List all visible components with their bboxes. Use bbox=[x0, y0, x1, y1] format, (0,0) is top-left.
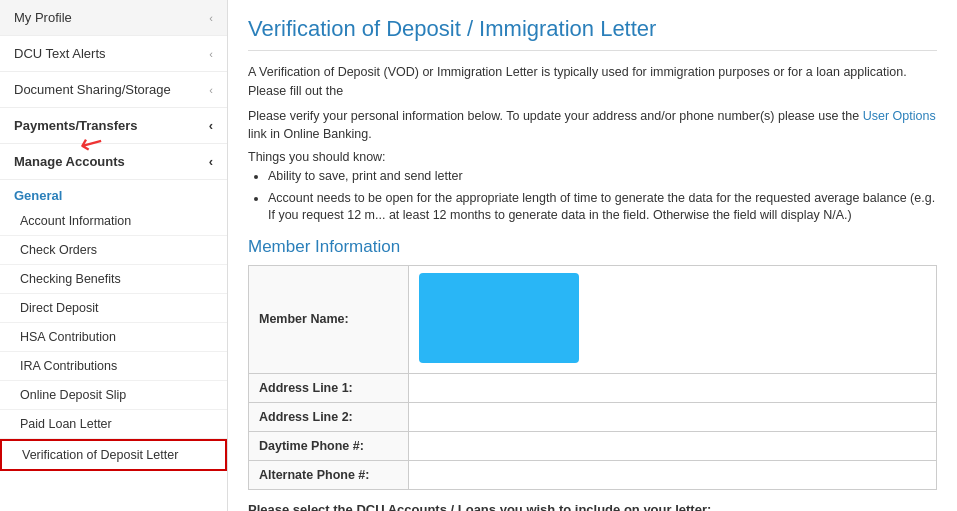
sidebar-item-checking-benefits[interactable]: Checking Benefits bbox=[0, 265, 227, 294]
sidebar-label-document-sharing: Document Sharing/Storage bbox=[14, 82, 171, 97]
main-content: Verification of Deposit / Immigration Le… bbox=[228, 0, 957, 511]
table-row: Address Line 1: bbox=[249, 373, 937, 402]
daytime-phone-value bbox=[409, 431, 937, 460]
sidebar-item-paid-loan-letter[interactable]: Paid Loan Letter bbox=[0, 410, 227, 439]
page-title: Verification of Deposit / Immigration Le… bbox=[248, 16, 937, 51]
sidebar-label-manage-accounts: Manage Accounts bbox=[14, 154, 125, 169]
chevron-icon: ‹ bbox=[209, 84, 213, 96]
member-name-label: Member Name: bbox=[249, 265, 409, 373]
bullet-list: Ability to save, print and send letter A… bbox=[268, 168, 937, 225]
sidebar-item-ira-contributions[interactable]: IRA Contributions bbox=[0, 352, 227, 381]
user-options-link[interactable]: User Options bbox=[863, 109, 936, 123]
bullet-item-1: Ability to save, print and send letter bbox=[268, 168, 937, 186]
daytime-phone-label: Daytime Phone #: bbox=[249, 431, 409, 460]
sidebar: My Profile ‹ DCU Text Alerts ‹ Document … bbox=[0, 0, 228, 511]
sidebar-item-verification-of-deposit-letter[interactable]: Verification of Deposit Letter bbox=[0, 439, 227, 471]
chevron-icon: ‹ bbox=[209, 12, 213, 24]
sidebar-item-manage-accounts[interactable]: Manage Accounts ‹ bbox=[0, 144, 227, 180]
address-line1-label: Address Line 1: bbox=[249, 373, 409, 402]
member-information-title: Member Information bbox=[248, 237, 937, 257]
table-row: Member Name: bbox=[249, 265, 937, 373]
sidebar-item-online-deposit-slip[interactable]: Online Deposit Slip bbox=[0, 381, 227, 410]
intro-paragraph-2: Please verify your personal information … bbox=[248, 107, 937, 145]
address-line2-value bbox=[409, 402, 937, 431]
table-row: Address Line 2: bbox=[249, 402, 937, 431]
address-line1-value bbox=[409, 373, 937, 402]
alternate-phone-label: Alternate Phone #: bbox=[249, 460, 409, 489]
sidebar-group-general: General bbox=[0, 180, 227, 207]
sidebar-item-account-information[interactable]: Account Information bbox=[0, 207, 227, 236]
chevron-icon: ‹ bbox=[209, 48, 213, 60]
intro-paragraph-1: A Verification of Deposit (VOD) or Immig… bbox=[248, 63, 937, 101]
member-info-table: Member Name: Address Line 1: Address Lin… bbox=[248, 265, 937, 490]
table-row: Daytime Phone #: bbox=[249, 431, 937, 460]
chevron-icon: ‹ bbox=[209, 118, 213, 133]
address-line2-label: Address Line 2: bbox=[249, 402, 409, 431]
accounts-prompt: Please select the DCU Accounts / Loans y… bbox=[248, 502, 937, 512]
table-row: Alternate Phone #: bbox=[249, 460, 937, 489]
sidebar-item-check-orders[interactable]: Check Orders bbox=[0, 236, 227, 265]
alternate-phone-value bbox=[409, 460, 937, 489]
things-to-know-label: Things you should know: bbox=[248, 150, 937, 164]
sidebar-label-dcu-text-alerts: DCU Text Alerts bbox=[14, 46, 106, 61]
sidebar-item-direct-deposit[interactable]: Direct Deposit bbox=[0, 294, 227, 323]
member-name-value bbox=[409, 265, 937, 373]
bullet-item-2: Account needs to be open for the appropr… bbox=[268, 190, 937, 225]
blurred-member-name bbox=[419, 273, 579, 363]
chevron-icon: ‹ bbox=[209, 154, 213, 169]
sidebar-item-hsa-contribution[interactable]: HSA Contribution bbox=[0, 323, 227, 352]
sidebar-item-my-profile[interactable]: My Profile ‹ bbox=[0, 0, 227, 36]
sidebar-label-my-profile: My Profile bbox=[14, 10, 72, 25]
sidebar-item-dcu-text-alerts[interactable]: DCU Text Alerts ‹ bbox=[0, 36, 227, 72]
sidebar-label-payments-transfers: Payments/Transfers bbox=[14, 118, 138, 133]
sidebar-item-document-sharing[interactable]: Document Sharing/Storage ‹ bbox=[0, 72, 227, 108]
sidebar-item-payments-transfers[interactable]: Payments/Transfers ‹ bbox=[0, 108, 227, 144]
